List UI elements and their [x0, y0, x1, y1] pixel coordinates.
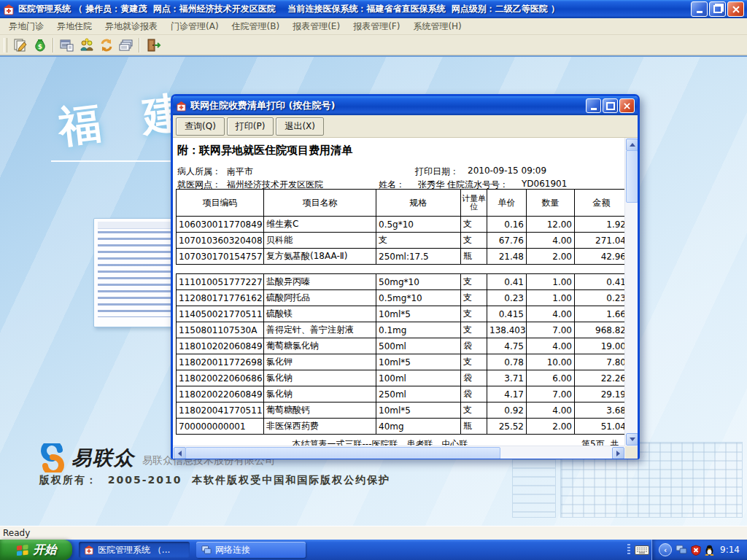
col-qty: 数量: [527, 190, 575, 217]
dialog-minimize-button[interactable]: [586, 98, 601, 113]
table-cell: 4.75: [487, 338, 527, 354]
restore-button[interactable]: [709, 1, 726, 17]
edit-document-icon[interactable]: [10, 36, 30, 54]
start-button[interactable]: 开始: [0, 540, 72, 560]
table-cell: 250ml:17.5: [376, 249, 461, 265]
fee-report: 附：联网异地就医住院项目费用清单 病人所属： 南平市 打印日期： 2010-09…: [173, 138, 627, 446]
money-bag-icon[interactable]: $: [30, 36, 50, 54]
table-cell: 0.23: [575, 290, 627, 306]
table-row: 11208017177616210101硫酸阿托品0.5mg*10支0.231.…: [177, 290, 627, 306]
table-cell: 1.00: [527, 274, 575, 290]
fujian-watermark: 福 建: [55, 85, 188, 157]
vertical-scrollbar[interactable]: [624, 138, 638, 446]
people-transfer-icon[interactable]: [77, 36, 96, 54]
table-cell: 0.5mg*10: [376, 290, 461, 306]
menu-inpatient-mgmt[interactable]: 住院管理(B): [226, 19, 287, 34]
keyboard-icon[interactable]: [632, 542, 651, 558]
table-cell: 1.92: [575, 217, 627, 233]
table-cell: 4.00: [527, 338, 575, 354]
clock[interactable]: 9:14: [720, 545, 740, 555]
layers-icon[interactable]: [116, 36, 136, 54]
table-cell: 0.415: [487, 306, 527, 322]
task-hospital-icon: [84, 545, 94, 555]
col-item-name: 项目名称: [264, 190, 376, 217]
table-cell: 271.04: [575, 233, 627, 249]
table-row: 11802004177051110101葡萄糖酸钙10ml*5支0.924.00…: [177, 402, 627, 419]
table-cell: 10ml*5: [376, 354, 461, 370]
collapse-chevron-icon[interactable]: ‹: [659, 543, 672, 556]
horizontal-scroll-thumb[interactable]: [185, 447, 500, 459]
screen: 医院管理系统 （ 操作员：黄建茂 网点：福州经济技术开发区医院 当前连接医保系统…: [0, 0, 747, 560]
table-cell: 袋: [461, 338, 487, 354]
menu-outpatient-mgmt[interactable]: 门诊管理(A): [165, 19, 226, 34]
menu-remote-report[interactable]: 异地就诊报表: [99, 19, 165, 34]
table-cell: 2.00: [527, 419, 575, 435]
scroll-up-button[interactable]: [626, 139, 638, 151]
table-cell: 0.1mg: [376, 322, 461, 338]
table-cell: 700000000001: [177, 419, 264, 435]
scroll-right-button[interactable]: [612, 447, 624, 459]
menu-report-mgmt-f[interactable]: 报表管理(F): [347, 19, 407, 34]
minimize-button[interactable]: [691, 1, 708, 17]
menu-report-mgmt-e[interactable]: 报表管理(E): [287, 19, 347, 34]
table-cell: 葡萄糖氯化钠: [264, 338, 376, 354]
arrow-left-icon: [178, 451, 182, 456]
print-button[interactable]: 打印(P): [227, 117, 274, 136]
table-row: 11802001177269810101氯化钾10ml*5支0.7810.007…: [177, 354, 627, 370]
network-monitors-icon[interactable]: [676, 545, 687, 555]
form-table-icon[interactable]: [57, 36, 77, 54]
exit-door-icon[interactable]: [143, 36, 163, 54]
menubar: 异地门诊 异地住院 异地就诊报表 门诊管理(A) 住院管理(B) 报表管理(E)…: [0, 18, 747, 35]
fee-table-group1: 项目编码 项目名称 规格 计量单位 单价 数量 金额 1060300117708…: [176, 189, 627, 265]
menu-remote-inpatient[interactable]: 异地住院: [51, 19, 99, 34]
dialog-close-button[interactable]: [619, 98, 635, 113]
table-cell: 支: [461, 354, 487, 370]
table-cell: 4.00: [527, 233, 575, 249]
desktop: 福 建 易联众 易联众信息技术股份有限公司 版权所有： 2005-2010 本软…: [0, 55, 747, 527]
app-hospital-icon: [3, 4, 15, 15]
table-cell: 支: [461, 233, 487, 249]
svg-text:$: $: [37, 43, 42, 50]
col-unit: 计量单位: [461, 190, 487, 217]
scroll-down-button[interactable]: [626, 433, 638, 446]
table-cell: 支: [461, 217, 487, 233]
network-label: 就医网点：: [177, 179, 221, 191]
table-cell: 138.403: [487, 322, 527, 338]
table-cell: 氯化钠: [264, 370, 376, 386]
table-cell: 0.23: [487, 290, 527, 306]
table-cell: 3.68: [575, 402, 627, 419]
vertical-scroll-thumb[interactable]: [626, 150, 638, 203]
refresh-icon[interactable]: [96, 36, 116, 54]
table-cell: 氯化钠: [264, 386, 376, 402]
dialog-maximize-button[interactable]: [603, 98, 618, 113]
exit-button[interactable]: 退出(X): [276, 117, 324, 136]
horizontal-scrollbar[interactable]: [173, 446, 625, 459]
table-cell: 袋: [461, 370, 487, 386]
query-button[interactable]: 查询(Q): [176, 117, 225, 136]
table-cell: 1.00: [527, 290, 575, 306]
dialog-hospital-icon: [176, 101, 187, 112]
table-cell: 1150801107530A: [177, 322, 264, 338]
window-title: 医院管理系统 （ 操作员：黄建茂 网点：福州经济技术开发区医院 当前连接医保系统…: [18, 3, 689, 15]
table-cell: 10ml*5: [376, 306, 461, 322]
menu-system-mgmt[interactable]: 系统管理(H): [407, 19, 468, 34]
patient-name-value: 张秀华: [418, 179, 444, 191]
menu-remote-outpatient[interactable]: 异地门诊: [3, 19, 51, 34]
table-cell: 1.66: [575, 306, 627, 322]
task-hospital-system[interactable]: 医院管理系统 （...: [79, 542, 190, 558]
table-cell: 非医保西药费: [264, 419, 376, 435]
table-cell: 7.00: [527, 386, 575, 402]
qq-penguin-icon[interactable]: [705, 545, 714, 556]
table-cell: 10ml*5: [376, 402, 461, 419]
security-shield-icon[interactable]: [691, 545, 701, 556]
table-cell: 25.52: [487, 419, 527, 435]
restore-icon: [713, 5, 722, 13]
scroll-left-button[interactable]: [174, 447, 186, 459]
table-cell: 3.71: [487, 370, 527, 386]
table-cell: 11101005177722710101: [177, 274, 264, 290]
task-network-connections[interactable]: 网络连接: [196, 542, 306, 558]
table-cell: 29.19: [575, 386, 627, 402]
close-button[interactable]: [727, 1, 744, 17]
dialog-titlebar[interactable]: 联网住院收费清单打印 (按住院号): [173, 96, 638, 115]
table-cell: 7.00: [527, 322, 575, 338]
